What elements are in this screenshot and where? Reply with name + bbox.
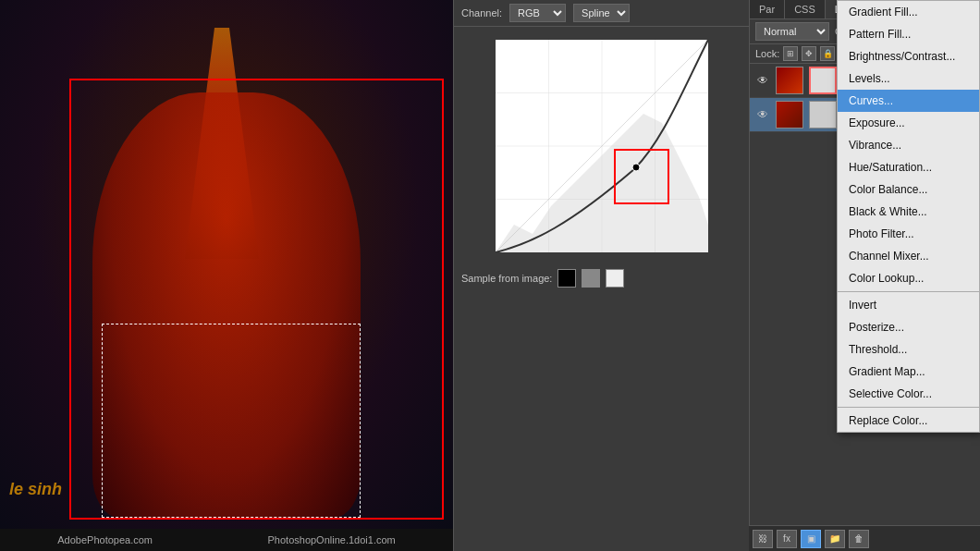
lock-all-icon[interactable]: 🔒 [820,46,835,61]
menu-item-gradient-fill---[interactable]: Gradient Fill... [838,1,979,23]
layer-mask-2 [809,101,837,129]
watermark-left: AdobePhotopea.com [57,534,153,545]
menu-item-vibrance---[interactable]: Vibrance... [838,134,979,156]
menu-item-pattern-fill---[interactable]: Pattern Fill... [838,23,979,45]
layer-thumb-2 [776,101,803,129]
tab-par[interactable]: Par [750,0,785,18]
menu-item-color-lookup---[interactable]: Color Lookup... [838,267,979,289]
channel-select[interactable]: RGB Red Green Blue [509,4,566,22]
menu-divider [838,407,979,408]
menu-item-hue-saturation---[interactable]: Hue/Saturation... [838,156,979,178]
menu-item-gradient-map---[interactable]: Gradient Map... [838,361,979,383]
lock-pixel-icon[interactable]: ⊞ [783,46,798,61]
menu-item-color-balance---[interactable]: Color Balance... [838,178,979,201]
sample-white[interactable] [606,269,624,288]
link-layers-btn[interactable]: ⛓ [753,530,773,548]
sample-gray[interactable] [582,269,600,288]
canvas-area: le sinh AdobePhotopea.com PhotoshopOnlin… [0,0,453,551]
menu-item-threshold---[interactable]: Threshold... [838,338,979,361]
menu-item-replace-color---[interactable]: Replace Color... [838,410,979,432]
curves-panel: Channel: RGB Red Green Blue Spline Linea… [453,0,749,551]
canvas-image: le sinh [0,0,453,529]
lock-move-icon[interactable]: ✥ [802,46,816,61]
blend-mode-select[interactable]: Normal Multiply Screen [755,22,829,41]
layer-mask-1 [809,67,837,94]
menu-item-selective-color---[interactable]: Selective Color... [838,383,979,405]
menu-item-brightness-contrast---[interactable]: Brightness/Contrast... [838,45,979,67]
watermark: AdobePhotopea.com PhotoshopOnline.1doi1.… [0,529,453,551]
channel-label: Channel: [461,7,502,18]
layer-eye-2[interactable]: 👁 [755,107,770,122]
menu-item-levels---[interactable]: Levels... [838,67,979,90]
new-group-btn[interactable]: 📁 [825,530,845,548]
spline-select[interactable]: Spline Linear [573,4,630,22]
curves-header: Channel: RGB Red Green Blue Spline Linea… [454,0,749,27]
menu-item-posterize---[interactable]: Posterize... [838,316,979,338]
tab-css[interactable]: CSS [785,0,826,18]
sample-row: Sample from image: [454,265,749,291]
menu-item-invert[interactable]: Invert [838,294,979,316]
lock-label: Lock: [755,48,779,59]
delete-layer-btn[interactable]: 🗑 [849,530,869,548]
menu-divider [838,291,979,292]
menu-item-photo-filter---[interactable]: Photo Filter... [838,223,979,245]
svg-point-7 [632,164,640,171]
menu-item-curves---[interactable]: Curves... [838,90,979,112]
add-mask-btn[interactable]: ▣ [801,530,821,548]
watermark-right: PhotoshopOnline.1doi1.com [268,534,396,545]
sample-label: Sample from image: [461,273,552,284]
sample-black[interactable] [557,269,576,288]
layers-bottom: ⛓ fx ▣ 📁 🗑 [749,525,980,551]
layer-eye-1[interactable]: 👁 [755,73,770,88]
menu-item-channel-mixer---[interactable]: Channel Mixer... [838,245,979,267]
fx-btn[interactable]: fx [777,530,797,548]
curves-graph[interactable] [496,40,708,252]
menu-item-exposure---[interactable]: Exposure... [838,112,979,134]
menu-item-black---white---[interactable]: Black & White... [838,201,979,223]
layer-thumb-1 [776,67,803,94]
dropdown-menu: Gradient Fill...Pattern Fill...Brightnes… [837,0,980,433]
